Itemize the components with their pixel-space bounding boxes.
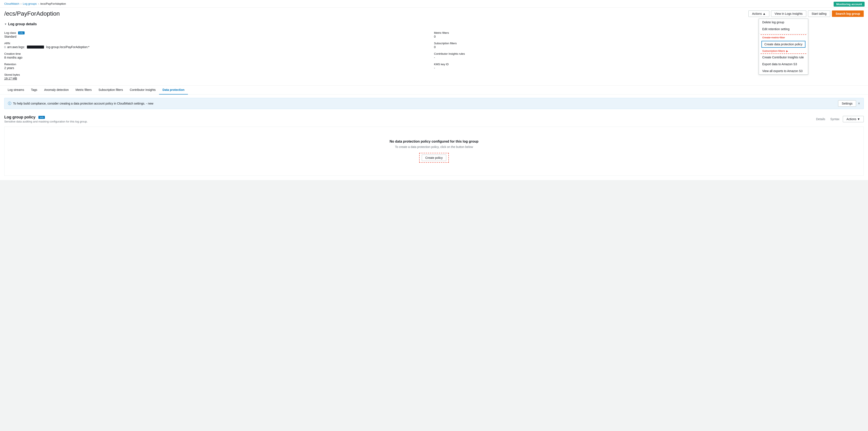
details-left-col: Log class Info Standard ARN ⎘ arn:aws:lo… (4, 29, 434, 82)
policy-title: Log group policy (4, 115, 35, 119)
breadcrumb-cloudwatch[interactable]: CloudWatch (4, 2, 19, 5)
dropdown-view-exports-s3[interactable]: View all exports to Amazon S3 (759, 67, 808, 75)
arn-redacted (27, 46, 44, 49)
log-class-label: Log class Info (4, 31, 434, 34)
collapse-icon: ▼ (4, 23, 7, 26)
breadcrumb-sep-1: › (21, 2, 21, 5)
creation-time-value: 8 months ago (4, 56, 434, 59)
section-header[interactable]: ▼ Log group details (4, 22, 864, 26)
breadcrumb-sep-2: › (38, 2, 39, 5)
policy-syntax-button[interactable]: Syntax (829, 116, 841, 122)
stored-bytes-label: Stored bytes (4, 73, 434, 76)
retention-label: Retention (4, 63, 434, 66)
page-title: /ecs/PayForAdoption (4, 10, 60, 17)
monitoring-badge: Monitoring account (834, 2, 865, 7)
create-policy-wrapper: Create policy (419, 153, 449, 163)
actions-button[interactable]: Actions ▲ (748, 10, 769, 17)
arn-prefix: arn:aws:logs: (7, 45, 25, 49)
arn-item: ARN ⎘ arn:aws:logs:log-group:/ecs/PayFor… (4, 40, 434, 51)
info-circle-icon: ⓘ (8, 101, 11, 106)
details-section: ▼ Log group details Log class Info Stand… (0, 19, 868, 86)
top-bar: /ecs/PayForAdoption Actions ▲ View in Lo… (0, 8, 868, 19)
info-close-button[interactable]: × (858, 101, 860, 106)
dropdown-create-metric-filter-label: Create metric filter (762, 36, 785, 39)
policy-actions-button[interactable]: Actions ▼ (843, 116, 864, 122)
empty-state-desc: To create a data protection policy, clic… (9, 145, 859, 149)
empty-state: No data protection policy configured for… (4, 126, 864, 176)
tabs-bar: Log streams Tags Anomaly detection Metri… (0, 86, 868, 94)
section-title: Log group details (8, 22, 37, 26)
breadcrumb-current: /ecs/PayForAdoption (40, 2, 66, 5)
dropdown-subscription-filters-label: Subscription filters (762, 49, 785, 53)
policy-title-col: Log group policy Info Sensitive data aud… (4, 115, 88, 123)
log-class-value: Standard (4, 35, 434, 38)
policy-title-row: Log group policy Info (4, 115, 88, 119)
top-actions: Actions ▲ View in Logs Insights Start ta… (748, 10, 864, 17)
policy-info-badge[interactable]: Info (38, 116, 45, 119)
create-policy-button[interactable]: Create policy (422, 154, 446, 161)
creation-time-label: Creation time (4, 52, 434, 55)
retention-item: Retention 2 years (4, 61, 434, 71)
creation-time-item: Creation time 8 months ago (4, 51, 434, 61)
dropdown-export-s3[interactable]: Export data to Amazon S3 (759, 61, 808, 67)
tab-data-protection[interactable]: Data protection (159, 86, 188, 94)
actions-dropdown: Delete log group Edit retention setting … (759, 19, 808, 75)
policy-subtitle: Sensitive data auditing and masking conf… (4, 120, 88, 123)
info-banner: ⓘ To help build compliance, consider cre… (4, 98, 864, 109)
retention-value: 2 years (4, 66, 434, 70)
policy-section: Log group policy Info Sensitive data aud… (0, 112, 868, 180)
empty-state-title: No data protection policy configured for… (9, 140, 859, 143)
start-tailing-button[interactable]: Start tailing (808, 10, 830, 17)
dropdown-edit-retention[interactable]: Edit retention setting (759, 26, 808, 32)
tab-contributor-insights[interactable]: Contributor Insights (126, 86, 159, 94)
info-banner-actions: Settings × (838, 100, 860, 107)
tab-tags[interactable]: Tags (28, 86, 41, 94)
policy-header: Log group policy Info Sensitive data aud… (4, 112, 864, 124)
log-class-info-badge[interactable]: Info (18, 31, 25, 34)
stored-bytes-value: 19.17 MB (4, 77, 434, 80)
tab-anomaly-detection[interactable]: Anomaly detection (41, 86, 72, 94)
info-banner-text: To help build compliance, consider creat… (13, 102, 153, 105)
tab-subscription-filters[interactable]: Subscription filters (95, 86, 126, 94)
dropdown-create-contributor[interactable]: Create Contributor Insights rule (759, 54, 808, 61)
arn-label: ARN (4, 42, 434, 45)
tab-log-streams[interactable]: Log streams (4, 86, 28, 94)
info-banner-left: ⓘ To help build compliance, consider cre… (8, 101, 153, 106)
log-class-item: Log class Info Standard (4, 29, 434, 40)
arn-value: ⎘ arn:aws:logs:log-group:/ecs/PayForAdop… (4, 45, 434, 49)
breadcrumb-log-groups[interactable]: Log groups (23, 2, 37, 5)
stored-bytes-item: Stored bytes 19.17 MB (4, 71, 434, 82)
breadcrumb: CloudWatch › Log groups › /ecs/PayForAdo… (0, 0, 868, 8)
main-content: ▼ Log group details Log class Info Stand… (0, 19, 868, 180)
info-settings-button[interactable]: Settings (838, 100, 856, 107)
sub-arrow-icon: ▶ (786, 50, 788, 53)
view-logs-insights-button[interactable]: View in Logs Insights (771, 10, 806, 17)
dropdown-create-data-protection[interactable]: Create data protection policy (762, 41, 805, 48)
search-log-group-button[interactable]: Search log group (832, 10, 864, 17)
details-grid: Log class Info Standard ARN ⎘ arn:aws:lo… (4, 29, 864, 82)
copy-icon[interactable]: ⎘ (4, 46, 6, 49)
tab-metric-filters[interactable]: Metric filters (72, 86, 95, 94)
policy-actions: Details Syntax Actions ▼ (814, 116, 864, 122)
arn-suffix: log-group:/ecs/PayForAdoption:* (46, 45, 89, 49)
policy-details-button[interactable]: Details (814, 116, 827, 122)
dropdown-delete-log-group[interactable]: Delete log group (759, 19, 808, 26)
